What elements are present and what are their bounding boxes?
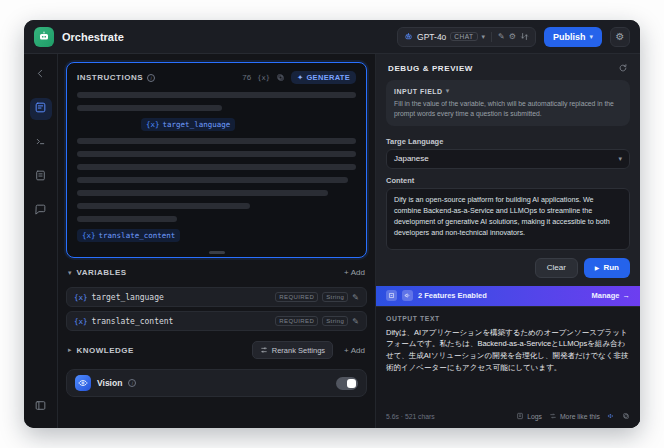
swap-model-icon[interactable] [520,32,529,41]
insert-variable-icon[interactable]: {x} [257,74,270,82]
chevron-down-icon: ▾ [68,269,72,277]
divider [491,32,492,42]
instructions-title: INSTRUCTIONS [77,73,143,82]
info-icon: i [147,74,155,82]
chat-bubble-icon [34,202,47,220]
toggle-knob [347,379,356,388]
variable-row[interactable]: {x} translate_content REQUIRED String ✎ [66,311,367,331]
knowledge-title: KNOWLEDGE [77,346,134,355]
target-language-select[interactable]: Japanese ▾ [386,149,630,169]
debug-preview-panel: DEBUG & PREVIEW INPUT FIELD ▾ Fill in th… [376,54,640,428]
model-icon [404,32,413,41]
output-text: Difyは、AIアプリケーションを構築するためのオープンソースプラットフォームで… [386,327,630,374]
edit-variable-icon[interactable]: ✎ [352,317,359,326]
output-section: OUTPUT TEXT Difyは、AIアプリケーションを構築するためのオープン… [376,306,640,428]
chevron-down-icon: ▾ [589,33,593,41]
sidebar-item-api[interactable] [30,132,52,154]
output-text-title: OUTPUT TEXT [386,315,630,322]
rerank-settings-button[interactable]: Rerank Settings [252,341,333,359]
orchestrate-panel: INSTRUCTIONS i 76 {x} ✦ GENERATE [58,54,376,428]
variable-brace-icon: {x} [74,293,88,302]
target-language-label: Targe Language [386,137,630,146]
refresh-button[interactable] [618,63,628,73]
speaker-button[interactable] [607,412,615,420]
type-badge: String [322,316,348,326]
chevron-down-icon: ▾ [618,155,622,163]
required-badge: REQUIRED [275,292,318,302]
more-like-this-button[interactable]: More like this [549,412,600,420]
vision-toggle[interactable] [336,377,358,390]
sidebar-item-orchestrate[interactable] [30,98,52,120]
vision-label: Vision [97,378,122,388]
back-button[interactable] [30,64,52,86]
model-settings-icon[interactable]: ⚙ [509,33,516,41]
knowledge-header[interactable]: ▸ KNOWLEDGE Rerank Settings + Add [66,339,367,361]
variable-chip-target-language[interactable]: {x} target_language [141,118,235,131]
gear-icon: ⚙ [616,31,625,42]
model-name: GPT-4o [417,32,446,42]
back-arrow-icon [34,66,47,84]
features-enabled-bar[interactable]: 2 Features Enabled Manage → [376,286,640,306]
required-badge: REQUIRED [275,316,318,326]
vision-feature-row: Vision i [66,369,367,397]
model-mode-badge: CHAT [450,32,477,41]
collapse-sidebar-button[interactable] [30,396,52,418]
publish-button[interactable]: Publish ▾ [544,27,602,47]
collapse-sidebar-icon [34,398,47,416]
prompt-text-skeleton: {x} target_language {x} translate_conten… [77,92,356,254]
plus-icon: + [344,268,349,277]
robot-logo-icon [38,28,50,46]
log-file-icon [516,412,524,420]
chevron-down-icon: ▾ [446,87,450,95]
manage-features-button[interactable]: Manage → [592,291,630,300]
speaker-icon [607,412,615,420]
add-knowledge-button[interactable]: + Add [344,346,365,355]
sidebar-item-logs[interactable] [30,166,52,188]
app-logo[interactable] [34,27,54,47]
output-meta: 5.6s · 521 chars [386,413,435,420]
chevron-down-icon: ▾ [482,33,486,41]
copy-icon[interactable] [276,73,285,82]
icon-sidebar [24,54,58,428]
content-label: Content [386,176,630,185]
feature-speech-icon [402,290,413,301]
prompt-edit-icon[interactable]: ✎ [498,33,505,41]
feature-citation-icon [386,290,397,301]
model-selector[interactable]: GPT-4o CHAT ▾ ✎ ⚙ [397,27,536,47]
terminal-icon [34,134,47,152]
variables-title: VARIABLES [77,268,127,277]
run-button[interactable]: ▶ Run [584,258,630,278]
app-settings-button[interactable]: ⚙ [610,27,630,47]
content-textarea[interactable]: Dify is an open-source platform for buil… [386,188,630,250]
refresh-icon [618,63,628,73]
variables-header[interactable]: ▾ VARIABLES + Add [66,266,367,279]
arrow-right-icon: → [623,291,631,300]
scroll-indicator[interactable] [209,251,225,254]
sparkle-icon: ✦ [297,73,304,82]
input-field-card: INPUT FIELD ▾ Fill in the value of the v… [386,80,630,126]
variable-chip-translate-content[interactable]: {x} translate_content [77,229,180,242]
regenerate-icon [549,412,557,420]
instructions-editor[interactable]: INSTRUCTIONS i 76 {x} ✦ GENERATE [66,62,367,258]
edit-variable-icon[interactable]: ✎ [352,293,359,302]
copy-output-button[interactable] [622,412,630,420]
page-title: Orchestrate [62,31,124,43]
add-variable-button[interactable]: + Add [344,268,365,277]
clear-button[interactable]: Clear [535,258,578,278]
variable-brace-icon: {x} [74,317,88,326]
type-badge: String [322,292,348,302]
input-field-toggle[interactable]: INPUT FIELD ▾ [394,87,622,95]
variable-brace-icon: {x} [82,231,96,240]
logs-button[interactable]: Logs [516,412,542,420]
variable-row[interactable]: {x} target_language REQUIRED String ✎ [66,287,367,307]
variable-brace-icon: {x} [146,120,160,129]
input-field-description: Fill in the value of the variable, which… [394,99,622,119]
vision-eye-icon [75,375,91,391]
play-icon: ▶ [595,264,600,271]
sidebar-item-annotations[interactable] [30,200,52,222]
variables-list: {x} target_language REQUIRED String ✎ {x… [66,287,367,331]
generate-button[interactable]: ✦ GENERATE [291,71,356,84]
sliders-icon [260,346,268,354]
chevron-right-icon: ▸ [68,346,72,354]
debug-preview-title: DEBUG & PREVIEW [388,64,473,73]
